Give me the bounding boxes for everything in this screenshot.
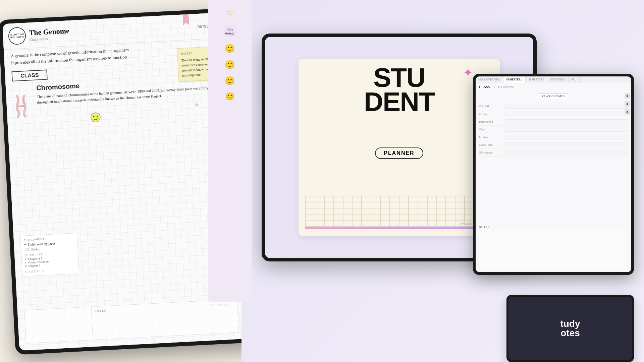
class-form: COURSE Credits: Instructor(s): Time:	[476, 101, 631, 224]
sticker-sheet: ☆ takenotes! 🙂 🙂 🙂 🙂	[208, 0, 252, 302]
chromosome-section: Chromosome There are 23 pairs of chromos…	[12, 74, 231, 126]
course-input[interactable]	[505, 104, 628, 109]
grid-cell	[352, 202, 362, 208]
time-label: Time:	[479, 128, 502, 131]
small-planner-content: YEAR OVERVIEW SEMESTER 1 SEMESTER 2 SEME…	[476, 76, 631, 272]
grid-cell	[324, 220, 334, 226]
notes-area[interactable]	[479, 230, 628, 270]
location-input[interactable]	[505, 135, 628, 139]
grid-cell	[465, 214, 474, 220]
side-icons: ⊕ ⊕ ⊕	[625, 93, 630, 115]
grid-cell	[334, 214, 343, 220]
grid-cell	[362, 196, 371, 202]
grid-cell	[455, 208, 465, 214]
grid-cell	[352, 196, 362, 202]
assignment-due: ⬡⬡ Friday	[24, 245, 75, 252]
submitted-check: ☑	[42, 269, 44, 273]
grid-cell	[427, 208, 437, 214]
class-details-btn-area: CLASS DETAILS	[476, 91, 631, 101]
bottom-notes-area: NOTES	[24, 299, 239, 344]
grid-cell	[315, 196, 324, 202]
grid-cell	[324, 208, 334, 214]
side-icon-1[interactable]: ⊕	[625, 93, 630, 99]
grid-cell	[306, 214, 315, 220]
grid-cell	[399, 196, 409, 202]
grid-cell	[371, 196, 380, 202]
grid-cell	[465, 208, 474, 214]
tab-extra[interactable]: FA...	[569, 76, 580, 83]
planner-grid	[305, 196, 493, 227]
credits-input[interactable]	[505, 112, 628, 116]
grid-cell	[324, 214, 334, 220]
class-tabs: YEAR OVERVIEW SEMESTER 1 SEMESTER 2 SEME…	[476, 76, 631, 83]
course-row: COURSE	[479, 103, 628, 110]
grid-cell	[343, 208, 353, 214]
side-icon-2[interactable]: ⊕	[625, 101, 630, 107]
grid-cell	[427, 220, 437, 226]
grid-cell	[362, 202, 371, 208]
grid-cell	[409, 208, 418, 214]
tab-semester-1[interactable]: SEMESTER 1	[503, 76, 526, 83]
grid-cell	[306, 202, 315, 208]
instructor-label: Instructor(s):	[479, 120, 502, 123]
tab-year-overview[interactable]: YEAR OVERVIEW	[476, 76, 503, 83]
planner-button[interactable]: PLANNER	[375, 147, 423, 159]
contact-input[interactable]	[505, 142, 628, 147]
grid-cell	[455, 214, 465, 220]
smiley-sticker-2: 🙂	[225, 60, 235, 69]
office-hours-input[interactable]	[505, 150, 628, 155]
grid-cell	[380, 220, 390, 226]
instructor-input[interactable]	[505, 119, 628, 124]
overview-link[interactable]: OVERVIEW	[498, 85, 514, 89]
grid-cell	[399, 214, 409, 220]
grid-cell	[390, 196, 399, 202]
grid-cell	[409, 220, 418, 226]
class-details-button[interactable]: CLASS DETAILS	[538, 93, 569, 99]
grid-cell	[315, 208, 324, 214]
bottom-tablet-screen: tudy otes	[508, 297, 632, 360]
small-tablet: YEAR OVERVIEW SEMESTER 1 SEMESTER 2 SEME…	[473, 74, 634, 275]
dent-text: DENT	[364, 90, 434, 114]
side-icon-3[interactable]: ⊕	[625, 109, 630, 115]
grid-cell	[437, 208, 446, 214]
svg-line-0	[17, 106, 24, 106]
grid-cell	[427, 196, 437, 202]
bottom-notes-right: NOTES	[91, 299, 238, 340]
grid-cell	[352, 208, 362, 214]
location-label: Location:	[479, 136, 502, 139]
tab-semester-2[interactable]: SEMESTER 2	[526, 76, 547, 83]
grid-cell	[306, 196, 315, 202]
grid-cell	[362, 208, 371, 214]
planner-card: ✦ STU DENT PLANNER	[299, 59, 500, 236]
grid-cell	[390, 202, 399, 208]
grid-cell	[334, 220, 343, 226]
course-label: COURSE	[479, 105, 502, 108]
grid-cell	[399, 220, 409, 226]
class-box: CLASS	[11, 69, 48, 81]
grid-cell	[334, 202, 343, 208]
grid-cell	[455, 196, 465, 202]
notes-section: NOTES	[476, 224, 631, 272]
bottom-notes-left	[24, 307, 93, 343]
logo: STUDY TIME FULL NOTES	[8, 27, 26, 45]
tab-semester-3[interactable]: SEMESTER 3	[547, 76, 569, 83]
logo-text: STUDY TIME FULL NOTES	[9, 33, 25, 39]
time-input[interactable]	[505, 127, 628, 132]
study-text: tudy	[560, 319, 580, 328]
stu-text: STU	[364, 66, 434, 90]
smiley-sticker-3: 🙂	[225, 76, 235, 85]
class-header: CLASS 1 OVERVIEW	[476, 83, 631, 91]
bottom-tablet: tudy otes	[506, 295, 634, 362]
grid-cell	[315, 202, 324, 208]
student-title: STU DENT	[364, 66, 434, 114]
grid-cell	[380, 202, 390, 208]
location-row: Location:	[479, 133, 628, 141]
grid-cell	[409, 202, 418, 208]
assignment-box: ASSIGNMENT ✏ Finish reading paper ⬡⬡ Fri…	[20, 233, 79, 277]
grid-cell	[446, 208, 455, 214]
grid-cell	[362, 220, 371, 226]
star-sticker: ☆	[225, 7, 234, 18]
grid-cell	[409, 214, 418, 220]
submitted-label: SUBMITTED	[25, 269, 41, 273]
svg-point-1	[91, 113, 100, 122]
